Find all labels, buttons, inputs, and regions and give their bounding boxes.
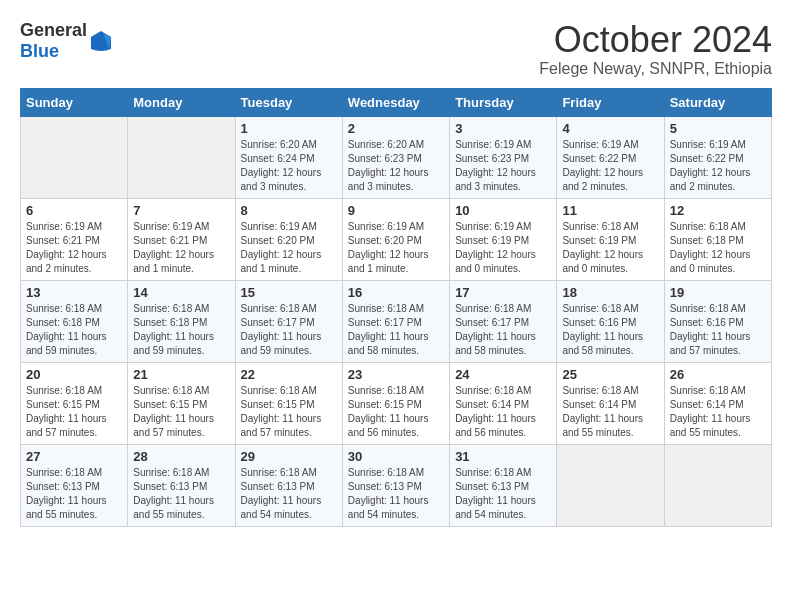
day-info: Sunrise: 6:18 AMSunset: 6:18 PMDaylight:…	[26, 303, 107, 356]
day-info: Sunrise: 6:18 AMSunset: 6:17 PMDaylight:…	[348, 303, 429, 356]
calendar-cell: 2Sunrise: 6:20 AMSunset: 6:23 PMDaylight…	[342, 116, 449, 198]
calendar-cell: 25Sunrise: 6:18 AMSunset: 6:14 PMDayligh…	[557, 362, 664, 444]
calendar-cell: 11Sunrise: 6:18 AMSunset: 6:19 PMDayligh…	[557, 198, 664, 280]
calendar-cell: 6Sunrise: 6:19 AMSunset: 6:21 PMDaylight…	[21, 198, 128, 280]
calendar-week-5: 27Sunrise: 6:18 AMSunset: 6:13 PMDayligh…	[21, 444, 772, 526]
weekday-header-monday: Monday	[128, 88, 235, 116]
day-number: 24	[455, 367, 551, 382]
day-number: 3	[455, 121, 551, 136]
day-info: Sunrise: 6:18 AMSunset: 6:17 PMDaylight:…	[241, 303, 322, 356]
day-info: Sunrise: 6:19 AMSunset: 6:21 PMDaylight:…	[26, 221, 107, 274]
calendar-cell: 26Sunrise: 6:18 AMSunset: 6:14 PMDayligh…	[664, 362, 771, 444]
day-number: 9	[348, 203, 444, 218]
day-info: Sunrise: 6:19 AMSunset: 6:23 PMDaylight:…	[455, 139, 536, 192]
day-number: 19	[670, 285, 766, 300]
day-number: 18	[562, 285, 658, 300]
calendar-week-3: 13Sunrise: 6:18 AMSunset: 6:18 PMDayligh…	[21, 280, 772, 362]
day-info: Sunrise: 6:18 AMSunset: 6:18 PMDaylight:…	[670, 221, 751, 274]
day-number: 25	[562, 367, 658, 382]
day-number: 27	[26, 449, 122, 464]
calendar-cell: 17Sunrise: 6:18 AMSunset: 6:17 PMDayligh…	[450, 280, 557, 362]
calendar-cell: 3Sunrise: 6:19 AMSunset: 6:23 PMDaylight…	[450, 116, 557, 198]
calendar-cell: 31Sunrise: 6:18 AMSunset: 6:13 PMDayligh…	[450, 444, 557, 526]
weekday-header-tuesday: Tuesday	[235, 88, 342, 116]
weekday-header-sunday: Sunday	[21, 88, 128, 116]
day-number: 2	[348, 121, 444, 136]
day-info: Sunrise: 6:19 AMSunset: 6:20 PMDaylight:…	[241, 221, 322, 274]
day-number: 12	[670, 203, 766, 218]
day-number: 31	[455, 449, 551, 464]
day-info: Sunrise: 6:18 AMSunset: 6:13 PMDaylight:…	[455, 467, 536, 520]
calendar-cell: 18Sunrise: 6:18 AMSunset: 6:16 PMDayligh…	[557, 280, 664, 362]
day-info: Sunrise: 6:18 AMSunset: 6:14 PMDaylight:…	[455, 385, 536, 438]
calendar-cell: 8Sunrise: 6:19 AMSunset: 6:20 PMDaylight…	[235, 198, 342, 280]
calendar-week-2: 6Sunrise: 6:19 AMSunset: 6:21 PMDaylight…	[21, 198, 772, 280]
day-info: Sunrise: 6:19 AMSunset: 6:22 PMDaylight:…	[670, 139, 751, 192]
calendar-cell	[128, 116, 235, 198]
calendar-cell	[557, 444, 664, 526]
calendar-cell: 15Sunrise: 6:18 AMSunset: 6:17 PMDayligh…	[235, 280, 342, 362]
weekday-header-thursday: Thursday	[450, 88, 557, 116]
logo: General Blue	[20, 20, 113, 62]
day-info: Sunrise: 6:19 AMSunset: 6:19 PMDaylight:…	[455, 221, 536, 274]
day-info: Sunrise: 6:19 AMSunset: 6:20 PMDaylight:…	[348, 221, 429, 274]
day-number: 1	[241, 121, 337, 136]
day-info: Sunrise: 6:20 AMSunset: 6:23 PMDaylight:…	[348, 139, 429, 192]
day-number: 30	[348, 449, 444, 464]
day-info: Sunrise: 6:19 AMSunset: 6:22 PMDaylight:…	[562, 139, 643, 192]
day-number: 4	[562, 121, 658, 136]
day-info: Sunrise: 6:18 AMSunset: 6:13 PMDaylight:…	[241, 467, 322, 520]
day-info: Sunrise: 6:18 AMSunset: 6:13 PMDaylight:…	[133, 467, 214, 520]
calendar-cell: 24Sunrise: 6:18 AMSunset: 6:14 PMDayligh…	[450, 362, 557, 444]
month-title: October 2024	[539, 20, 772, 60]
day-number: 16	[348, 285, 444, 300]
day-number: 21	[133, 367, 229, 382]
calendar-cell: 28Sunrise: 6:18 AMSunset: 6:13 PMDayligh…	[128, 444, 235, 526]
day-number: 13	[26, 285, 122, 300]
title-section: October 2024 Felege Neway, SNNPR, Ethiop…	[539, 20, 772, 78]
calendar-cell: 9Sunrise: 6:19 AMSunset: 6:20 PMDaylight…	[342, 198, 449, 280]
day-info: Sunrise: 6:18 AMSunset: 6:15 PMDaylight:…	[26, 385, 107, 438]
calendar-cell: 30Sunrise: 6:18 AMSunset: 6:13 PMDayligh…	[342, 444, 449, 526]
calendar-cell: 14Sunrise: 6:18 AMSunset: 6:18 PMDayligh…	[128, 280, 235, 362]
calendar-cell: 16Sunrise: 6:18 AMSunset: 6:17 PMDayligh…	[342, 280, 449, 362]
calendar-cell: 10Sunrise: 6:19 AMSunset: 6:19 PMDayligh…	[450, 198, 557, 280]
day-number: 28	[133, 449, 229, 464]
day-number: 11	[562, 203, 658, 218]
calendar-cell: 12Sunrise: 6:18 AMSunset: 6:18 PMDayligh…	[664, 198, 771, 280]
weekday-header-saturday: Saturday	[664, 88, 771, 116]
calendar-week-1: 1Sunrise: 6:20 AMSunset: 6:24 PMDaylight…	[21, 116, 772, 198]
day-number: 6	[26, 203, 122, 218]
calendar-cell: 23Sunrise: 6:18 AMSunset: 6:15 PMDayligh…	[342, 362, 449, 444]
day-number: 26	[670, 367, 766, 382]
day-info: Sunrise: 6:18 AMSunset: 6:17 PMDaylight:…	[455, 303, 536, 356]
location-title: Felege Neway, SNNPR, Ethiopia	[539, 60, 772, 78]
calendar-cell: 4Sunrise: 6:19 AMSunset: 6:22 PMDaylight…	[557, 116, 664, 198]
day-number: 20	[26, 367, 122, 382]
day-info: Sunrise: 6:18 AMSunset: 6:14 PMDaylight:…	[670, 385, 751, 438]
page-header: General Blue October 2024 Felege Neway, …	[20, 20, 772, 78]
day-info: Sunrise: 6:18 AMSunset: 6:14 PMDaylight:…	[562, 385, 643, 438]
day-info: Sunrise: 6:18 AMSunset: 6:15 PMDaylight:…	[241, 385, 322, 438]
weekday-header-friday: Friday	[557, 88, 664, 116]
calendar-cell: 7Sunrise: 6:19 AMSunset: 6:21 PMDaylight…	[128, 198, 235, 280]
day-info: Sunrise: 6:18 AMSunset: 6:15 PMDaylight:…	[133, 385, 214, 438]
day-info: Sunrise: 6:20 AMSunset: 6:24 PMDaylight:…	[241, 139, 322, 192]
day-number: 8	[241, 203, 337, 218]
weekday-header-wednesday: Wednesday	[342, 88, 449, 116]
day-number: 17	[455, 285, 551, 300]
day-number: 5	[670, 121, 766, 136]
calendar-cell: 22Sunrise: 6:18 AMSunset: 6:15 PMDayligh…	[235, 362, 342, 444]
calendar-cell: 1Sunrise: 6:20 AMSunset: 6:24 PMDaylight…	[235, 116, 342, 198]
day-number: 14	[133, 285, 229, 300]
calendar-cell	[664, 444, 771, 526]
logo-icon	[89, 29, 113, 53]
day-number: 15	[241, 285, 337, 300]
calendar-week-4: 20Sunrise: 6:18 AMSunset: 6:15 PMDayligh…	[21, 362, 772, 444]
calendar-cell: 13Sunrise: 6:18 AMSunset: 6:18 PMDayligh…	[21, 280, 128, 362]
day-info: Sunrise: 6:18 AMSunset: 6:16 PMDaylight:…	[670, 303, 751, 356]
day-number: 7	[133, 203, 229, 218]
day-number: 29	[241, 449, 337, 464]
logo-general: General	[20, 20, 87, 40]
day-number: 10	[455, 203, 551, 218]
